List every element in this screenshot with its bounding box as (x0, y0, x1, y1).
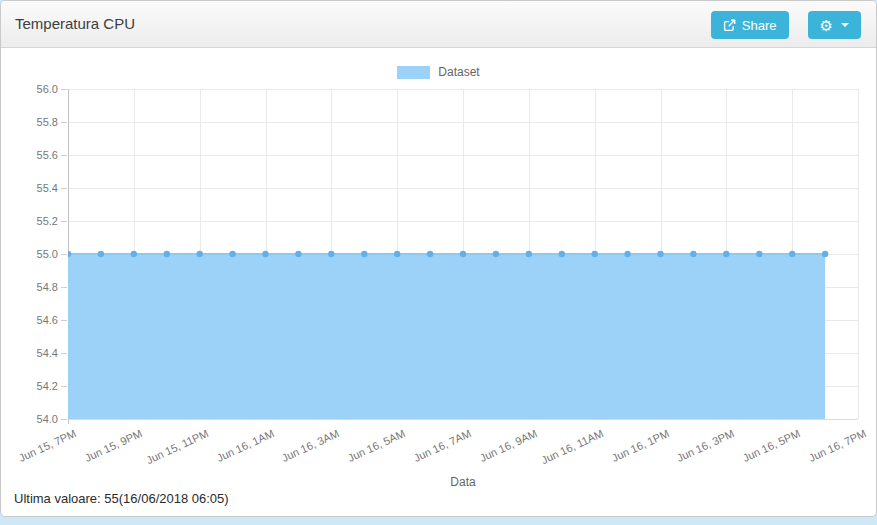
y-tick-label: 55.2 (1, 214, 58, 228)
data-point[interactable] (756, 251, 762, 257)
data-point[interactable] (229, 251, 235, 257)
share-button[interactable]: Share (711, 11, 789, 39)
page-title: Temperatura CPU (15, 1, 135, 47)
x-tick-label: Jun 16, 5AM (346, 427, 407, 464)
data-point[interactable] (427, 251, 433, 257)
y-tick-label: 56.0 (1, 82, 58, 96)
header-buttons: Share ⚙ (711, 11, 861, 39)
y-tick-label: 55.6 (1, 148, 58, 162)
y-tick-label: 54.4 (1, 346, 58, 360)
gear-icon: ⚙ (820, 18, 833, 33)
data-point[interactable] (295, 251, 301, 257)
share-button-label: Share (742, 18, 777, 33)
x-tick-label: Jun 16, 11AM (539, 427, 605, 466)
data-point[interactable] (98, 251, 104, 257)
panel-header: Temperatura CPU Share ⚙ (1, 1, 876, 48)
data-point[interactable] (526, 251, 532, 257)
last-value-text: Ultima valoare: 55(16/06/2018 06:05) (14, 491, 229, 506)
widget-panel: Temperatura CPU Share ⚙ (0, 0, 877, 517)
page: Temperatura CPU Share ⚙ (0, 0, 877, 525)
data-point[interactable] (361, 251, 367, 257)
y-tick-label: 55.0 (1, 247, 58, 261)
x-tick-label: Jun 16, 1PM (610, 427, 671, 464)
data-point[interactable] (559, 251, 565, 257)
data-point[interactable] (789, 251, 795, 257)
x-tick-label: Jun 16, 1AM (215, 427, 276, 464)
data-point[interactable] (624, 251, 630, 257)
data-point[interactable] (262, 251, 268, 257)
plot-area[interactable]: 56.055.855.655.455.255.054.854.654.454.2… (1, 48, 876, 516)
x-tick-label: Jun 16, 7PM (807, 427, 868, 464)
data-point[interactable] (197, 251, 203, 257)
y-tick-label: 54.2 (1, 379, 58, 393)
y-tick-label: 55.4 (1, 181, 58, 195)
x-tick-label: Jun 16, 3AM (280, 427, 341, 464)
x-tick-label: Jun 16, 5PM (741, 427, 802, 464)
chart: Dataset 56.055.855.655.455.255.054.854.6… (1, 48, 876, 516)
x-tick-label: Jun 15, 9PM (83, 427, 144, 464)
y-tick-label: 54.0 (1, 412, 58, 426)
data-point[interactable] (164, 251, 170, 257)
data-point[interactable] (690, 251, 696, 257)
data-point[interactable] (328, 251, 334, 257)
data-point[interactable] (394, 251, 400, 257)
settings-button[interactable]: ⚙ (808, 11, 861, 39)
data-point[interactable] (822, 251, 828, 257)
x-tick-label: Jun 16, 3PM (675, 427, 736, 464)
y-tick-label: 54.6 (1, 313, 58, 327)
x-axis-title: Data (68, 475, 858, 489)
x-tick-label: Jun 16, 9AM (478, 427, 539, 464)
data-point[interactable] (493, 251, 499, 257)
x-tick-label: Jun 15, 7PM (17, 427, 78, 464)
data-point[interactable] (592, 251, 598, 257)
data-point[interactable] (723, 251, 729, 257)
y-tick-label: 54.8 (1, 280, 58, 294)
data-point[interactable] (460, 251, 466, 257)
data-point[interactable] (657, 251, 663, 257)
caret-down-icon (841, 23, 849, 27)
x-tick-label: Jun 15, 11PM (144, 427, 210, 466)
data-point[interactable] (131, 251, 137, 257)
y-tick-label: 55.8 (1, 115, 58, 129)
x-tick-label: Jun 16, 7AM (412, 427, 473, 464)
share-square-icon (723, 19, 736, 32)
